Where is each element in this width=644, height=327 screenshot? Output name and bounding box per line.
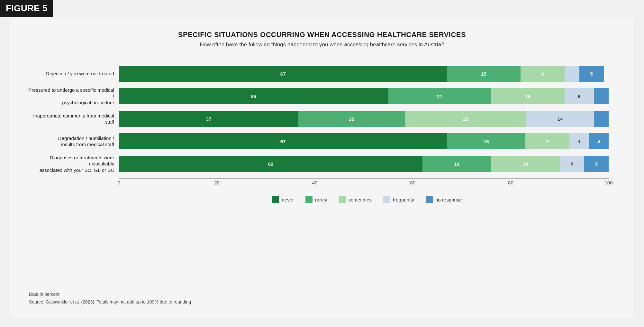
bar-segment-frequently: 14 bbox=[526, 111, 594, 127]
bar-label: Diagnoses or treatments were unjustifiab… bbox=[26, 154, 114, 173]
bar-label: Inappropriate comments from medical staf… bbox=[26, 113, 114, 125]
bar-segment-noresponse: 5 bbox=[584, 156, 609, 172]
x-tick: 100 bbox=[604, 180, 612, 185]
legend-item-frequently: frequently bbox=[383, 196, 414, 203]
bar-segment-frequently: 4 bbox=[569, 133, 589, 149]
bar-segment-never: 62 bbox=[119, 156, 422, 172]
legend-swatch-frequently bbox=[383, 196, 390, 203]
bar-row: Degradation / humiliation / insults from… bbox=[119, 132, 609, 151]
legend-label-frequently: frequently bbox=[393, 197, 414, 202]
bar-row: Inappropriate comments from medical staf… bbox=[119, 109, 609, 128]
bar-label: Pressured to undergo a specific medical … bbox=[26, 87, 114, 106]
legend-item-rarely: rarely bbox=[305, 196, 327, 203]
legend-label-sometimes: sometimes bbox=[349, 197, 372, 202]
bar-segment-rarely: 21 bbox=[388, 88, 491, 104]
bar-segment-rarely: 16 bbox=[447, 133, 525, 149]
bar-row: Diagnoses or treatments were unjustifiab… bbox=[119, 154, 609, 173]
bar-track: 6716944 bbox=[119, 133, 609, 149]
legend-label-rarely: rarely bbox=[315, 197, 327, 202]
x-axis-line bbox=[119, 178, 609, 179]
bar-track: 62141455 bbox=[119, 156, 609, 172]
bars-wrapper: Rejection / you were not treated671595Pr… bbox=[29, 64, 615, 191]
bar-segment-noresponse bbox=[594, 111, 609, 127]
chart-title: SPECIFIC SITUATIONS OCCURRING WHEN ACCES… bbox=[29, 31, 615, 39]
bar-track: 671595 bbox=[119, 66, 609, 82]
bar-label: Rejection / you were not treated bbox=[26, 70, 114, 77]
legend-swatch-never bbox=[272, 196, 279, 203]
bar-segment-frequently bbox=[565, 66, 579, 82]
footnote-line2: Source: Gaiswinkler et al. (2023); Total… bbox=[29, 298, 191, 306]
bar-segment-never: 37 bbox=[119, 111, 298, 127]
bars-area: Rejection / you were not treated671595Pr… bbox=[119, 64, 609, 177]
chart-subtitle: How often have the following things happ… bbox=[29, 42, 615, 48]
legend-item-noresponse: no response bbox=[426, 196, 462, 203]
legend-swatch-sometimes bbox=[339, 196, 346, 203]
bar-row: Rejection / you were not treated671595 bbox=[119, 64, 609, 83]
x-tick: 40 bbox=[312, 180, 318, 185]
bar-segment-noresponse bbox=[594, 88, 609, 104]
bar-segment-noresponse: 4 bbox=[589, 133, 609, 149]
bar-segment-sometimes: 14 bbox=[491, 156, 559, 172]
bar-segment-rarely: 15 bbox=[447, 66, 520, 82]
legend-swatch-noresponse bbox=[426, 196, 433, 203]
legend-label-never: never bbox=[282, 197, 294, 202]
bar-row: Pressured to undergo a specific medical … bbox=[119, 87, 609, 106]
bar-segment-noresponse: 5 bbox=[579, 66, 604, 82]
legend-swatch-rarely bbox=[305, 196, 313, 203]
x-tick: 60 bbox=[410, 180, 415, 185]
legend-item-sometimes: sometimes bbox=[339, 196, 372, 203]
bar-segment-never: 67 bbox=[119, 66, 447, 82]
bar-segment-rarely: 14 bbox=[422, 156, 491, 172]
bar-segment-never: 55 bbox=[119, 88, 388, 104]
bar-segment-frequently: 5 bbox=[560, 156, 584, 172]
x-tick: 20 bbox=[214, 180, 220, 185]
bar-segment-sometimes: 9 bbox=[525, 133, 569, 149]
bar-segment-frequently: 6 bbox=[565, 88, 594, 104]
legend-label-noresponse: no response bbox=[435, 197, 462, 202]
x-axis: 020406080100 bbox=[119, 178, 609, 191]
footnotes: Data in percent Source: Gaiswinkler et a… bbox=[29, 291, 191, 306]
bar-segment-rarely: 22 bbox=[298, 111, 405, 127]
bar-track: 37222514 bbox=[119, 111, 609, 127]
figure-label: FIGURE 5 bbox=[0, 0, 53, 17]
x-tick: 80 bbox=[508, 180, 513, 185]
chart-container: SPECIFIC SITUATIONS OCCURRING WHEN ACCES… bbox=[10, 18, 634, 317]
bar-track: 5521156 bbox=[119, 88, 609, 104]
x-tick: 0 bbox=[118, 180, 120, 185]
bar-segment-sometimes: 15 bbox=[491, 88, 564, 104]
legend-item-never: never bbox=[272, 196, 294, 203]
bar-segment-sometimes: 25 bbox=[405, 111, 526, 127]
bar-segment-sometimes: 9 bbox=[521, 66, 565, 82]
bar-label: Degradation / humiliation / insults from… bbox=[26, 135, 114, 148]
legend: neverrarelysometimesfrequentlyno respons… bbox=[119, 196, 615, 203]
footnote-line1: Data in percent bbox=[29, 291, 191, 298]
bar-segment-never: 67 bbox=[119, 133, 447, 149]
